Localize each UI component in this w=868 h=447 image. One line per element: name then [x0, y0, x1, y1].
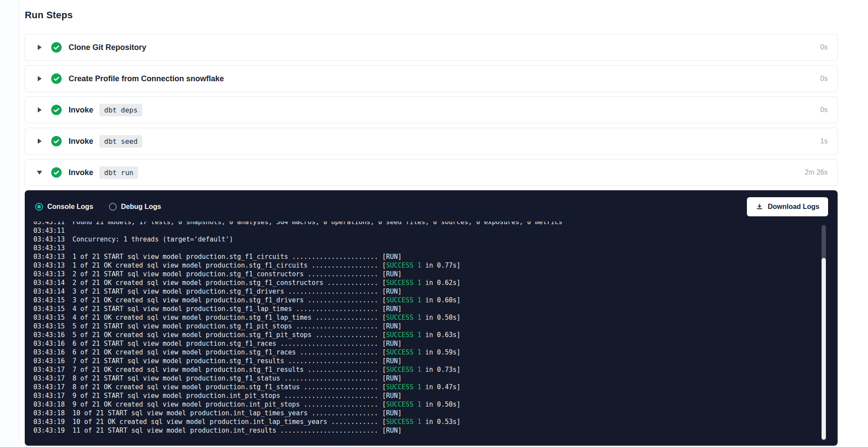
step-duration: 0s	[820, 75, 828, 83]
log-line: 03:43:154 of 21 OK created sql view mode…	[33, 313, 786, 322]
log-line: 03:43:177 of 21 OK created sql view mode…	[33, 365, 786, 374]
caret-box[interactable]	[36, 107, 43, 113]
step-command-chip: dbt seed	[99, 135, 142, 148]
step-command-chip: dbt deps	[99, 104, 142, 116]
step-duration: 0s	[820, 106, 828, 114]
log-line: 03:43:189 of 21 OK created sql view mode…	[33, 400, 786, 409]
caret-box[interactable]	[36, 45, 43, 50]
step-command-chip: dbt run	[99, 166, 138, 179]
log-line: 03:43:178 of 21 OK created sql view mode…	[33, 383, 786, 391]
console-logs-label: Console Logs	[47, 203, 93, 211]
run-steps-page: Run Steps Clone Git Repository 0s Create…	[25, 0, 838, 447]
log-line: 03:43:131 of 21 OK created sql view mode…	[33, 261, 786, 270]
download-icon	[756, 203, 763, 211]
console-logs-radio[interactable]: Console Logs	[35, 203, 93, 211]
log-line: 03:43:142 of 21 OK created sql view mode…	[33, 278, 786, 287]
step-title: Clone Git Repository	[69, 43, 146, 52]
chevron-icon[interactable]	[38, 76, 42, 81]
download-logs-label: Download Logs	[768, 203, 819, 211]
step-title: Create Profile from Connection snowflake	[69, 74, 224, 83]
chevron-icon[interactable]	[38, 139, 42, 144]
step-row[interactable]: Create Profile from Connection snowflake…	[25, 65, 838, 92]
log-line: 03:43:11	[33, 226, 786, 235]
step-row[interactable]: Invoke dbt run 2m 26s	[25, 159, 838, 186]
run-steps-list: Clone Git Repository 0s Create Profile f…	[25, 34, 838, 186]
chevron-icon[interactable]	[38, 45, 42, 50]
step-row[interactable]: Invoke dbt deps 0s	[25, 96, 838, 123]
log-line: 03:43:1910 of 21 OK created sql view mod…	[33, 417, 786, 426]
log-line: 03:43:167 of 21 START sql view model pro…	[33, 357, 786, 365]
log-line: 03:43:131 of 21 START sql view model pro…	[33, 252, 786, 261]
log-line: 03:43:143 of 21 START sql view model pro…	[33, 287, 786, 296]
radio-selected-icon[interactable]	[35, 203, 43, 211]
log-line: 03:43:153 of 21 OK created sql view mode…	[33, 296, 786, 305]
debug-logs-label: Debug Logs	[121, 203, 161, 211]
caret-box[interactable]	[36, 139, 43, 144]
log-line: 03:43:165 of 21 OK created sql view mode…	[33, 331, 786, 339]
console-header: Console Logs Debug Logs Download Logs	[25, 190, 838, 216]
page-title: Run Steps	[25, 10, 838, 21]
debug-logs-radio[interactable]: Debug Logs	[109, 203, 161, 211]
step-row[interactable]: Invoke dbt seed 1s	[25, 128, 838, 155]
chevron-icon[interactable]	[38, 107, 42, 113]
step-duration: 0s	[820, 43, 828, 51]
log-line: 03:43:1911 of 21 START sql view model pr…	[33, 426, 786, 435]
log-line: 03:43:154 of 21 START sql view model pro…	[33, 305, 786, 313]
chevron-icon[interactable]	[37, 171, 42, 175]
caret-box[interactable]	[36, 171, 43, 175]
step-title: Invoke	[69, 168, 93, 177]
log-line: 03:43:13Concurrency: 1 threads (target='…	[33, 235, 786, 244]
check-circle-icon	[51, 42, 62, 53]
check-circle-icon	[51, 105, 62, 115]
log-line: 03:43:132 of 21 START sql view model pro…	[33, 270, 786, 278]
step-duration: 1s	[820, 137, 828, 145]
check-circle-icon	[51, 136, 62, 146]
download-logs-button[interactable]: Download Logs	[747, 197, 828, 216]
log-line: 03:43:13	[33, 244, 786, 252]
radio-unselected-icon[interactable]	[109, 203, 117, 211]
log-line: 03:43:178 of 21 START sql view model pro…	[33, 374, 786, 383]
log-line: 03:43:166 of 21 START sql view model pro…	[33, 339, 786, 348]
log-line: 03:43:11Found 21 models, 17 tests, 0 sna…	[33, 222, 786, 226]
step-duration: 2m 26s	[805, 169, 828, 176]
caret-box[interactable]	[36, 76, 43, 81]
check-circle-icon	[51, 73, 62, 84]
step-title: Invoke	[69, 137, 93, 146]
log-line: 03:43:1810 of 21 START sql view model pr…	[33, 409, 786, 417]
log-line: 03:43:166 of 21 OK created sql view mode…	[33, 348, 786, 357]
log-line: 03:43:155 of 21 START sql view model pro…	[33, 322, 786, 331]
check-circle-icon	[51, 167, 62, 178]
console-log-lines: 03:43:11Found 21 models, 17 tests, 0 sna…	[25, 222, 838, 446]
content-left-divider	[0, 0, 20, 447]
log-type-radio-group: Console Logs Debug Logs	[35, 203, 161, 211]
step-title: Invoke	[69, 106, 93, 115]
console-panel: Console Logs Debug Logs Download Logs 03…	[25, 190, 838, 446]
log-scrollbar-thumb[interactable]	[822, 258, 826, 440]
step-row[interactable]: Clone Git Repository 0s	[25, 34, 838, 61]
log-line: 03:43:179 of 21 START sql view model pro…	[33, 391, 786, 400]
